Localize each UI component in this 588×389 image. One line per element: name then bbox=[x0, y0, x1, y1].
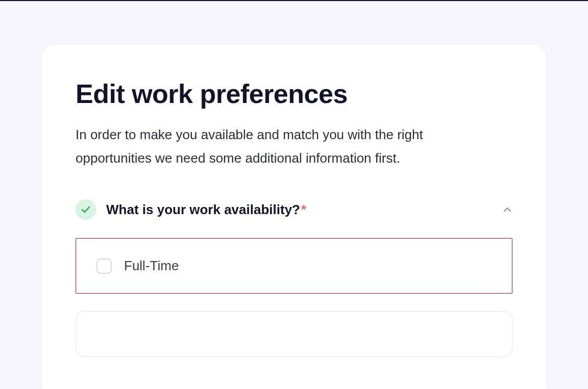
question-text: What is your work availability? bbox=[106, 202, 300, 217]
page-description: In order to make you available and match… bbox=[76, 123, 463, 170]
option-full-time[interactable]: Full-Time bbox=[76, 238, 512, 294]
required-asterisk: * bbox=[301, 202, 306, 217]
page-title: Edit work preferences bbox=[76, 79, 512, 109]
check-icon bbox=[76, 199, 96, 220]
chevron-up-icon bbox=[502, 204, 512, 215]
preferences-card: Edit work preferences In order to make y… bbox=[42, 45, 546, 389]
question-availability-header[interactable]: What is your work availability?* bbox=[76, 199, 512, 220]
question-label: What is your work availability?* bbox=[106, 202, 492, 218]
option-next[interactable] bbox=[76, 311, 512, 357]
checkbox-full-time[interactable] bbox=[96, 258, 112, 274]
top-bar bbox=[0, 0, 588, 1]
option-full-time-label: Full-Time bbox=[124, 258, 179, 274]
